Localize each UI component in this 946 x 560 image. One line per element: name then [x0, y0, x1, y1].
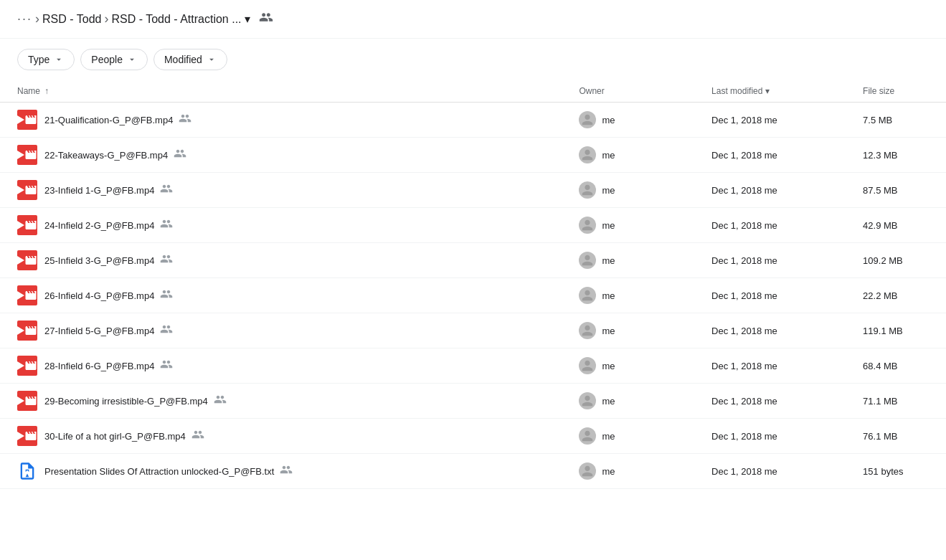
- file-name-text: Presentation Slides Of Attraction unlock…: [44, 466, 274, 477]
- video-file-icon: [17, 285, 37, 305]
- owner-cell: me: [567, 419, 700, 454]
- name-column-header[interactable]: Name ↑: [0, 80, 567, 103]
- file-name-wrapper: Presentation Slides Of Attraction unlock…: [44, 463, 293, 479]
- modified-cell: Dec 1, 2018 me: [700, 138, 851, 173]
- modified-filter-btn[interactable]: Modified: [153, 49, 227, 70]
- breadcrumb-dropdown-icon[interactable]: ▾: [245, 12, 250, 26]
- file-name-cell: Presentation Slides Of Attraction unlock…: [0, 454, 567, 488]
- breadcrumb-item-2: RSD - Todd - Attraction ...: [111, 13, 241, 26]
- owner-cell: me: [567, 454, 700, 489]
- owner-cell: me: [567, 173, 700, 208]
- owner-cell: me: [567, 208, 700, 243]
- breadcrumb-current[interactable]: RSD - Todd - Attraction ... ▾: [111, 12, 250, 26]
- avatar: [579, 427, 596, 445]
- file-name-cell: 23-Infield 1-G_P@FB.mp4: [0, 173, 567, 207]
- shared-icon: [214, 393, 227, 409]
- video-file-icon: [17, 145, 37, 165]
- file-name-wrapper: 29-Becoming irresistible-G_P@FB.mp4: [44, 393, 227, 409]
- shared-icon: [160, 358, 173, 374]
- avatar: [579, 322, 596, 339]
- shared-icon: [160, 323, 173, 338]
- size-column-header: File size: [851, 80, 946, 103]
- table-row[interactable]: 25-Infield 3-G_P@FB.mp4 me Dec 1, 2018 m…: [0, 243, 946, 278]
- breadcrumb-item-1[interactable]: RSD - Todd: [42, 13, 101, 26]
- owner-name: me: [602, 290, 615, 301]
- modified-cell: Dec 1, 2018 me: [700, 454, 851, 489]
- modified-dropdown-icon: [207, 54, 217, 65]
- owner-name: me: [602, 150, 615, 161]
- breadcrumb: ··· › RSD - Todd › RSD - Todd - Attracti…: [0, 0, 946, 39]
- video-file-icon: [17, 110, 37, 130]
- table-row[interactable]: 22-Takeaways-G_P@FB.mp4 me Dec 1, 2018 m…: [0, 138, 946, 173]
- name-sort-arrow: ↑: [44, 86, 49, 96]
- size-cell: 109.2 MB: [851, 243, 946, 278]
- avatar: [579, 146, 596, 163]
- shared-icon: [160, 252, 173, 268]
- breadcrumb-more-btn[interactable]: ···: [17, 11, 32, 27]
- filter-row: Type People Modified: [0, 39, 946, 80]
- modified-cell: Dec 1, 2018 me: [700, 173, 851, 208]
- table-row[interactable]: 21-Qualification-G_P@FB.mp4 me Dec 1, 20…: [0, 103, 946, 138]
- modified-sort-arrow: ▾: [765, 86, 770, 96]
- people-dropdown-icon: [127, 54, 137, 65]
- size-cell: 151 bytes: [851, 454, 946, 489]
- owner-cell: me: [567, 313, 700, 348]
- file-name-text: 25-Infield 3-G_P@FB.mp4: [44, 255, 154, 266]
- file-name-cell: 30-Life of a hot girl-G_P@FB.mp4: [0, 419, 567, 453]
- size-cell: 119.1 MB: [851, 313, 946, 348]
- file-name-text: 23-Infield 1-G_P@FB.mp4: [44, 185, 154, 196]
- table-row[interactable]: Presentation Slides Of Attraction unlock…: [0, 454, 946, 489]
- table-row[interactable]: 23-Infield 1-G_P@FB.mp4 me Dec 1, 2018 m…: [0, 173, 946, 208]
- table-row[interactable]: 24-Infield 2-G_P@FB.mp4 me Dec 1, 2018 m…: [0, 208, 946, 243]
- size-cell: 7.5 MB: [851, 103, 946, 138]
- video-file-icon: [17, 215, 37, 235]
- owner-column-header: Owner: [567, 80, 700, 103]
- table-row[interactable]: 30-Life of a hot girl-G_P@FB.mp4 me Dec …: [0, 419, 946, 454]
- modified-cell: Dec 1, 2018 me: [700, 278, 851, 313]
- file-name-cell: 24-Infield 2-G_P@FB.mp4: [0, 208, 567, 242]
- table-row[interactable]: 27-Infield 5-G_P@FB.mp4 me Dec 1, 2018 m…: [0, 313, 946, 348]
- modified-cell: Dec 1, 2018 me: [700, 348, 851, 384]
- type-dropdown-icon: [54, 54, 64, 65]
- file-name-text: 24-Infield 2-G_P@FB.mp4: [44, 220, 154, 231]
- video-file-icon: [17, 250, 37, 270]
- owner-name: me: [602, 396, 615, 407]
- table-row[interactable]: 29-Becoming irresistible-G_P@FB.mp4 me D…: [0, 384, 946, 419]
- avatar: [579, 357, 596, 374]
- table-row[interactable]: 28-Infield 6-G_P@FB.mp4 me Dec 1, 2018 m…: [0, 348, 946, 384]
- file-name-text: 28-Infield 6-G_P@FB.mp4: [44, 361, 154, 371]
- owner-cell: me: [567, 384, 700, 419]
- file-name-text: 27-Infield 5-G_P@FB.mp4: [44, 326, 154, 336]
- modified-cell: Dec 1, 2018 me: [700, 384, 851, 419]
- owner-cell: me: [567, 243, 700, 278]
- owner-name: me: [602, 255, 615, 266]
- avatar: [579, 287, 596, 304]
- avatar: [579, 111, 596, 128]
- modified-column-header[interactable]: Last modified ▾: [700, 80, 724, 102]
- people-share-icon[interactable]: [259, 10, 273, 28]
- owner-name: me: [602, 431, 615, 442]
- modified-cell: Dec 1, 2018 me: [700, 313, 851, 348]
- breadcrumb-chevron-1: ›: [35, 11, 39, 27]
- file-name-wrapper: 26-Infield 4-G_P@FB.mp4: [44, 288, 173, 303]
- shared-icon: [174, 147, 186, 163]
- owner-cell: me: [567, 103, 700, 138]
- name-header-label: Name: [17, 86, 40, 96]
- shared-icon: [160, 288, 173, 303]
- type-filter-btn[interactable]: Type: [17, 49, 75, 70]
- avatar: [579, 462, 596, 480]
- video-file-icon: [17, 180, 37, 200]
- shared-icon: [191, 428, 204, 444]
- people-filter-btn[interactable]: People: [80, 49, 148, 70]
- avatar: [579, 392, 596, 409]
- file-name-wrapper: 21-Qualification-G_P@FB.mp4: [44, 112, 191, 128]
- people-filter-label: People: [91, 54, 123, 65]
- shared-icon: [179, 112, 191, 128]
- size-cell: 87.5 MB: [851, 173, 946, 208]
- avatar: [579, 252, 596, 269]
- owner-name: me: [602, 361, 615, 371]
- table-row[interactable]: 26-Infield 4-G_P@FB.mp4 me Dec 1, 2018 m…: [0, 278, 946, 313]
- file-name-wrapper: 23-Infield 1-G_P@FB.mp4: [44, 182, 173, 198]
- shared-icon: [280, 463, 293, 479]
- video-file-icon: [17, 356, 37, 376]
